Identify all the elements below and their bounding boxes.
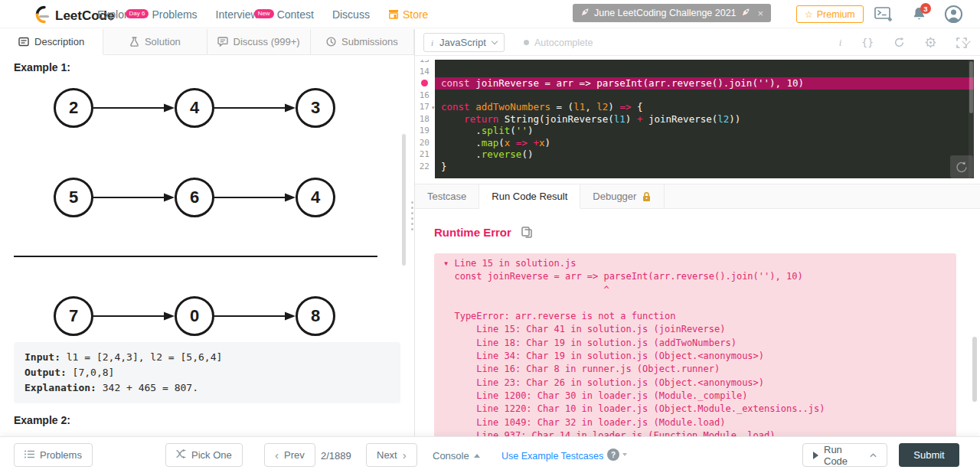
error-marker-icon (421, 80, 428, 86)
caret-up-icon (474, 454, 480, 458)
problems-button[interactable]: Problems (14, 443, 93, 467)
code-line-17[interactable]: 17▾const addTwoNumbers = (l1, l2) => { (415, 101, 974, 113)
help-button[interactable]: ? (607, 449, 627, 461)
lock-icon (642, 191, 652, 202)
tab-debugger[interactable]: Debugger (580, 184, 665, 208)
code-line-20[interactable]: 20 .map(x => +x) (415, 137, 974, 149)
divider (14, 256, 377, 257)
tab-run-code-result[interactable]: Run Code Result (479, 184, 580, 208)
user-avatar-icon[interactable] (944, 5, 963, 27)
tab-discuss-999[interactable]: Discuss (999+) (207, 29, 311, 54)
fold-arrow-icon[interactable]: ▾ (431, 102, 435, 114)
problem-panel: DescriptionSolutionDiscuss (999+)Submiss… (0, 29, 414, 436)
code-line-13[interactable]: 13 (415, 60, 974, 66)
editor-expand-handle[interactable] (950, 155, 973, 178)
banner-close-icon[interactable]: × (758, 8, 764, 19)
explanation-label: Explanation: (24, 382, 96, 393)
description-icon (18, 37, 29, 47)
editor-scrollbar-thumb[interactable] (969, 61, 973, 113)
example2-title: Example 2: (14, 414, 414, 426)
rocket-icon (741, 8, 750, 19)
gutter-line-22: 22 (415, 161, 435, 173)
challenge-banner[interactable]: June LeetCoding Challenge 2021 × (573, 4, 771, 22)
shuffle-icon (176, 449, 186, 461)
autocomplete-dot-icon (524, 40, 529, 45)
language-icon: i (431, 38, 433, 47)
rocket-icon (580, 8, 590, 19)
pick-one-button[interactable]: Pick One (165, 443, 243, 467)
code-line-22[interactable]: 22} (415, 161, 974, 173)
list-node: 4 (175, 88, 214, 128)
submissions-clock-icon (326, 37, 336, 47)
code-editor[interactable]: 1314const joinReverse = arr => parseInt(… (415, 60, 980, 178)
code-line-19[interactable]: 19 .split('') (415, 125, 974, 137)
help-icon: ? (607, 449, 619, 461)
error-output-box: ▾ Line 15 in solution.js const joinRever… (434, 253, 956, 436)
star-icon: ☆ (805, 9, 813, 20)
console-label: Console (433, 450, 469, 462)
pick-one-label: Pick One (191, 449, 232, 461)
code-line-14[interactable]: 14 (415, 66, 974, 78)
arrow-icon (93, 310, 175, 322)
caret-down-icon (622, 453, 627, 456)
nav-item-contest[interactable]: Contest (268, 8, 323, 21)
notification-count-badge: 3 (920, 3, 931, 14)
nav-item-store[interactable]: Store (379, 8, 437, 21)
problem-counter: 2/1889 (321, 450, 351, 462)
autocomplete-label: Autocomplete (534, 38, 593, 48)
gutter-line-20: 20 (415, 137, 435, 149)
nav-item-discuss[interactable]: Discuss (323, 8, 379, 21)
solution-flask-icon (129, 37, 139, 47)
gutter-line-13: 13 (415, 60, 435, 66)
list-node: 6 (175, 178, 214, 217)
chevron-right-icon: › (403, 449, 407, 462)
tab-description[interactable]: Description (0, 29, 103, 54)
nav-item-explore[interactable]: ExploreDay 6 (88, 8, 142, 21)
tab-submissions[interactable]: Submissions (311, 29, 414, 54)
gutter-line-18: 18 (415, 113, 435, 126)
problems-label: Problems (40, 449, 82, 461)
code-lines: 1314const joinReverse = arr => parseInt(… (415, 60, 974, 172)
panel-resize-handle[interactable] (411, 201, 413, 230)
run-code-button[interactable]: Run Code (802, 443, 887, 467)
gutter-line-21: 21 (415, 148, 435, 161)
left-panel-scrollbar[interactable] (402, 134, 406, 266)
prev-button[interactable]: ‹ Prev (264, 443, 315, 467)
code-line-16[interactable]: 16 (415, 90, 974, 102)
code-line-15[interactable]: const joinReverse = arr => parseInt(arr.… (415, 77, 974, 90)
info-icon[interactable]: i (839, 37, 842, 49)
leetcode-logo-icon (32, 4, 51, 28)
next-button[interactable]: Next › (366, 443, 417, 467)
discuss-bubble-icon (217, 37, 228, 47)
io-output-line: Output: [7,0,8] (24, 365, 390, 380)
chevron-down-icon (492, 38, 498, 44)
playground-icon[interactable] (874, 7, 893, 25)
settings-gear-icon[interactable] (925, 37, 936, 48)
premium-button[interactable]: ☆ Premium (796, 5, 864, 23)
arrow-icon (214, 310, 296, 322)
autocomplete-toggle[interactable]: Autocomplete (524, 29, 593, 56)
chevron-left-icon: ‹ (275, 449, 279, 462)
arrow-icon (93, 191, 175, 204)
tab-testcase[interactable]: Testcase (415, 184, 479, 208)
code-line-21[interactable]: 21 .reverse() (415, 148, 974, 161)
format-braces-icon[interactable]: {} (861, 37, 874, 48)
arrow-icon (214, 191, 296, 204)
copy-icon[interactable] (521, 227, 532, 238)
list-node: 3 (296, 88, 335, 128)
gutter-line-14: 14 (415, 66, 435, 78)
language-select[interactable]: i JavaScript (423, 33, 505, 52)
prev-label: Prev (284, 449, 305, 461)
nav-item-problems[interactable]: Problems (142, 8, 206, 21)
code-line-18[interactable]: 18 return String(joinReverse(l1) + joinR… (415, 113, 974, 126)
tab-solution[interactable]: Solution (103, 29, 207, 54)
challenge-banner-text: June LeetCoding Challenge 2021 (594, 8, 737, 18)
io-input-line: Input: l1 = [2,4,3], l2 = [5,6,4] (24, 350, 390, 365)
use-example-testcases-link[interactable]: Use Example Testcases (501, 451, 603, 462)
result-scrollbar[interactable] (972, 337, 977, 402)
submit-button[interactable]: Submit (899, 443, 959, 467)
explanation-value: 342 + 465 = 807. (96, 382, 198, 393)
reset-code-icon[interactable] (893, 37, 905, 48)
console-toggle[interactable]: Console (433, 450, 480, 462)
nav-item-interview[interactable]: InterviewNew (207, 8, 268, 21)
